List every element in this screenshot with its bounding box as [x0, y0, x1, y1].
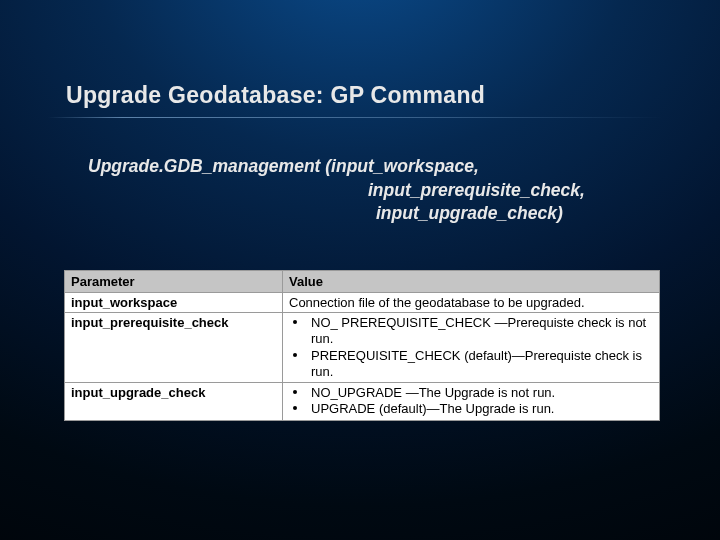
param-name: input_upgrade_check [65, 383, 283, 421]
list-item: NO_UPGRADE —The Upgrade is not run. [289, 385, 653, 401]
header-value: Value [283, 271, 660, 293]
param-value: NO_UPGRADE —The Upgrade is not run. UPGR… [283, 383, 660, 421]
param-value: NO_ PREREQUISITE_CHECK —Prerequiste chec… [283, 313, 660, 383]
bullet-icon [293, 406, 297, 410]
bullet-text: PREREQUISITE_CHECK (default)—Prerequiste… [311, 348, 642, 379]
value-bullet-list: NO_UPGRADE —The Upgrade is not run. UPGR… [289, 385, 653, 418]
signature-line-2: input_prerequisite_check, [88, 179, 585, 203]
function-signature: Upgrade.GDB_management (input_workspace,… [88, 155, 585, 226]
value-bullet-list: NO_ PREREQUISITE_CHECK —Prerequiste chec… [289, 315, 653, 380]
bullet-icon [293, 353, 297, 357]
slide: Upgrade Geodatabase: GP Command Upgrade.… [0, 0, 720, 540]
parameter-table-container: Parameter Value input_workspace Connecti… [64, 270, 660, 421]
param-name: input_workspace [65, 293, 283, 313]
table-row: input_workspace Connection file of the g… [65, 293, 660, 313]
signature-line-3: input_upgrade_check) [88, 202, 585, 226]
signature-line-1: Upgrade.GDB_management (input_workspace, [88, 156, 479, 176]
title-underline [48, 117, 663, 118]
parameter-table: Parameter Value input_workspace Connecti… [64, 270, 660, 421]
param-name: input_prerequisite_check [65, 313, 283, 383]
header-parameter: Parameter [65, 271, 283, 293]
list-item: NO_ PREREQUISITE_CHECK —Prerequiste chec… [289, 315, 653, 348]
param-value: Connection file of the geodatabase to be… [283, 293, 660, 313]
bullet-text: UPGRADE (default)—The Upgrade is run. [311, 401, 554, 416]
table-row: input_upgrade_check NO_UPGRADE —The Upgr… [65, 383, 660, 421]
table-row: input_prerequisite_check NO_ PREREQUISIT… [65, 313, 660, 383]
bullet-icon [293, 390, 297, 394]
table-header-row: Parameter Value [65, 271, 660, 293]
list-item: UPGRADE (default)—The Upgrade is run. [289, 401, 653, 417]
slide-title: Upgrade Geodatabase: GP Command [66, 82, 485, 109]
list-item: PREREQUISITE_CHECK (default)—Prerequiste… [289, 348, 653, 381]
bullet-icon [293, 320, 297, 324]
bullet-text: NO_UPGRADE —The Upgrade is not run. [311, 385, 555, 400]
bullet-text: NO_ PREREQUISITE_CHECK —Prerequiste chec… [311, 315, 646, 346]
